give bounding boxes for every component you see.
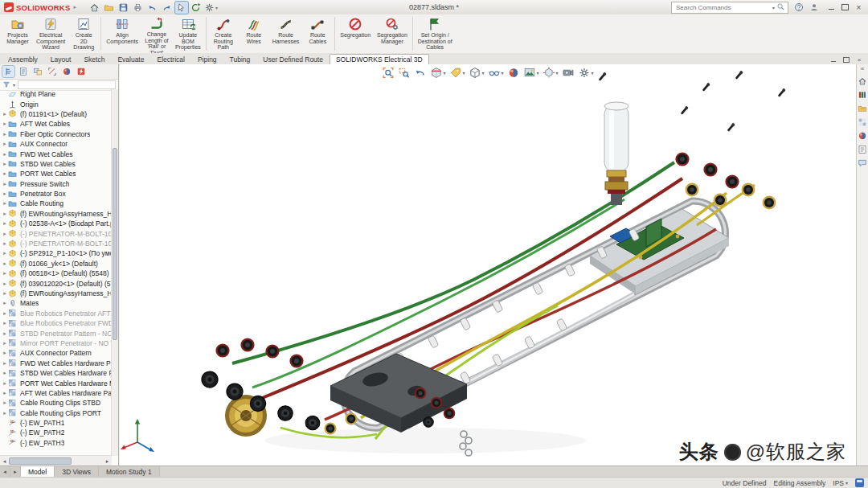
tree-item[interactable]: ▸Blue Robotics Penetrator AFT - NO... [0, 309, 112, 318]
tree-item[interactable]: ▸AUX Connector Pattern [0, 348, 112, 358]
zoom-to-area-button[interactable] [397, 66, 411, 80]
3d-assembly-model[interactable] [120, 64, 856, 466]
design-library-button[interactable] [858, 89, 868, 100]
search-box[interactable]: ▾ [671, 2, 788, 14]
electrical-manager-tab[interactable] [75, 66, 87, 77]
configurationmanager-tab[interactable] [31, 66, 43, 77]
tab-tubing[interactable]: Tubing [223, 54, 257, 64]
tree-item[interactable]: ▸AFT Wet Cables Hardware Pattern [0, 388, 112, 398]
tree-item[interactable]: ▸(f) 039012020<1> (Default) (5781) [0, 278, 112, 288]
user-profile-button[interactable] [808, 2, 821, 14]
tree-item[interactable]: ▸Mates [0, 298, 112, 308]
custom-properties-button[interactable] [858, 144, 868, 154]
tree-item[interactable]: ▸AUX Connector [0, 139, 112, 149]
unit-caret-icon[interactable]: ▾ [845, 480, 848, 486]
expand-caret-icon[interactable]: ▸ [2, 181, 8, 187]
doc-tab-motion-study-1[interactable]: Motion Study 1 [99, 466, 160, 477]
tab-user-defined-route[interactable]: User Defined Route [256, 54, 330, 64]
tree-item[interactable]: 3D(-) EW_PATH2 [0, 428, 112, 437]
hide-show-items-button[interactable]: ▾ [487, 66, 504, 80]
annotations-button[interactable]: ▾ [448, 66, 465, 80]
tree-item[interactable]: ▸Cable Routing Clips STBD [0, 398, 112, 408]
create-routing-path-button[interactable]: CreateRoutingPath [208, 14, 239, 53]
undo-button[interactable] [146, 2, 159, 14]
route-harnesses-button[interactable]: RouteHarnesses [269, 14, 302, 53]
tree-filter-input[interactable] [18, 80, 116, 89]
expand-caret-icon[interactable]: ▸ [2, 370, 8, 376]
task-pane-expand-button[interactable]: « [861, 66, 864, 72]
create-2d-drawing-button[interactable]: Create2DDrawing [68, 14, 99, 53]
tree-item[interactable]: Origin [0, 99, 112, 109]
expand-caret-icon[interactable]: ▸ [2, 170, 8, 177]
unit-system[interactable]: IPS [833, 479, 844, 487]
change-length-button[interactable]: ChangeLength of'Rail' or'Duct' [141, 14, 172, 53]
home-button[interactable] [88, 2, 101, 14]
tree-horizontal-scrollbar[interactable]: ◂ ▸ [0, 455, 112, 466]
tree-item[interactable]: ▸FWD Wet Cables [0, 149, 112, 158]
expand-caret-icon[interactable]: ▸ [2, 380, 8, 387]
tree-item[interactable]: ▸Mirror PORT Penetrator - NO WET ... [0, 338, 112, 348]
tab-evaluate[interactable]: Evaluate [111, 54, 150, 64]
display-style-button[interactable]: ▾ [468, 66, 485, 80]
expand-caret-icon[interactable]: ▸ [2, 410, 8, 416]
expand-caret-icon[interactable]: ▸ [2, 161, 8, 167]
update-bom-properties-button[interactable]: UpdateBOMProperties [172, 14, 204, 53]
expand-caret-icon[interactable]: ▸ [2, 340, 8, 347]
dimxpertmanager-tab[interactable] [46, 66, 58, 77]
tree-item[interactable]: ▸PORT Wet Cables Hardware Mirror [0, 378, 112, 388]
tree-item[interactable]: ▸Pressure Switch [0, 179, 112, 189]
print-button[interactable] [132, 2, 145, 14]
save-button[interactable] [117, 2, 130, 14]
doc-close-button[interactable]: × [854, 55, 865, 64]
options-button[interactable]: ▾ [204, 2, 218, 14]
tree-item[interactable]: 3D(-) EW_PATH3 [0, 438, 112, 448]
tree-item[interactable]: ▸(f) EWRoutingAssyHarness_H2_357... [0, 209, 112, 219]
view-orientation-button[interactable]: ▾ [542, 66, 559, 80]
tree-item[interactable]: ▸AFT Wet Cables [0, 119, 112, 129]
tree-item[interactable]: ▸Penetrator Box [0, 189, 112, 199]
camera-button[interactable] [562, 66, 575, 80]
expand-caret-icon[interactable]: ▸ [2, 330, 8, 337]
scrollbar-thumb[interactable] [113, 148, 117, 340]
tree-item[interactable]: 3D(-) EW_PATH1 [0, 418, 112, 428]
featuremanager-design-tree-tab[interactable] [2, 66, 14, 77]
expand-caret-icon[interactable]: ▸ [2, 121, 8, 127]
task-pane-home-button[interactable] [858, 76, 868, 86]
minimize-button[interactable] [825, 2, 838, 13]
expand-caret-icon[interactable]: ▸ [2, 151, 8, 158]
expand-caret-icon[interactable]: ▸ [2, 281, 8, 287]
doc-tab-model[interactable]: Model [21, 466, 55, 477]
zoom-to-fit-button[interactable] [381, 66, 395, 80]
expand-caret-icon[interactable]: ▸ [2, 131, 8, 137]
solidworks-status-icon[interactable] [855, 478, 864, 487]
rebuild-button[interactable] [190, 2, 203, 14]
expand-caret-icon[interactable]: ▸ [2, 191, 8, 197]
select-button[interactable] [175, 2, 188, 14]
expand-caret-icon[interactable]: ▸ [2, 350, 8, 356]
edit-appearance-button[interactable] [507, 66, 521, 80]
tree-item[interactable]: ▸STBD Penetrator Pattern - NO WET... [0, 328, 112, 338]
tree-item[interactable]: ▸STBD Wet Cables Hardware Pattern [0, 368, 112, 378]
tree-item[interactable]: ▸(-) PENETRATOR-M-BOLT-10-25-A... [0, 228, 112, 238]
doc-restore-button[interactable] [841, 55, 852, 64]
scroll-left-icon[interactable]: ◂ [0, 458, 9, 465]
expand-caret-icon[interactable]: ▸ [2, 390, 8, 396]
tree-item[interactable]: ▸Cable Routing Clips PORT [0, 408, 112, 418]
view-palette-button[interactable] [858, 117, 868, 127]
search-input[interactable] [674, 3, 770, 12]
electrical-component-wizard-button[interactable]: ElectricalComponentWizard [33, 14, 68, 53]
tree-item[interactable]: ▸STBD Wet Cables [0, 159, 112, 169]
tree-item[interactable]: ▸(f) EWRoutingAssyHarness_H3(375... [0, 289, 112, 298]
filter-funnel-icon[interactable] [2, 80, 10, 90]
previous-view-button[interactable] [413, 66, 427, 80]
expand-caret-icon[interactable]: ▸ [2, 211, 8, 217]
tree-item[interactable]: ▸(-) 02538-A<1> (Biodapt Part.prtdo... [0, 219, 112, 228]
segregation-manager-button[interactable]: SegregationManager [374, 14, 411, 53]
file-explorer-button[interactable] [858, 103, 868, 113]
filter-caret-icon[interactable]: ▾ [13, 82, 15, 88]
expand-caret-icon[interactable]: ▸ [2, 320, 8, 326]
tab-electrical[interactable]: Electrical [150, 54, 190, 64]
expand-caret-icon[interactable]: ▸ [2, 300, 8, 306]
open-document-button[interactable] [103, 2, 116, 14]
route-cables-button[interactable]: RouteCables [302, 14, 333, 53]
